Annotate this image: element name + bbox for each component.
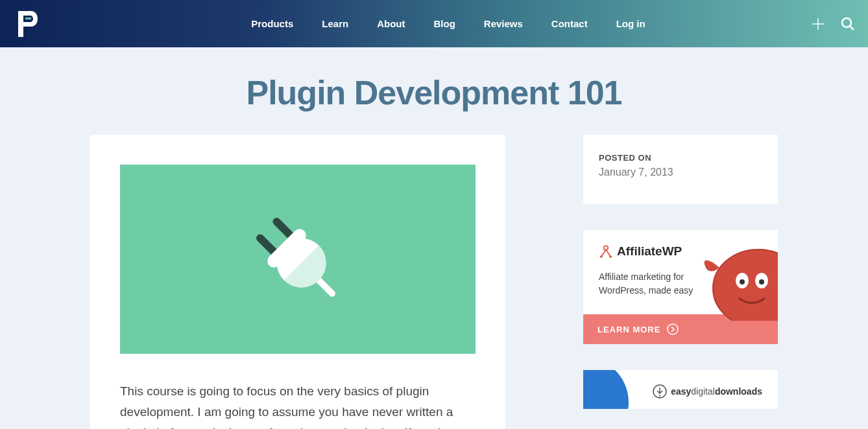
posted-on-date: January 7, 2013 bbox=[599, 167, 762, 178]
site-header: Products Learn About Blog Reviews Contac… bbox=[0, 0, 868, 47]
page-title: Plugin Development 101 bbox=[0, 47, 868, 135]
mascot-icon bbox=[693, 230, 778, 321]
plug-icon bbox=[233, 194, 363, 324]
nav-login[interactable]: Log in bbox=[616, 18, 645, 29]
search-icon[interactable] bbox=[839, 16, 856, 32]
svg-point-18 bbox=[759, 279, 764, 284]
edd-icon: $ bbox=[653, 384, 667, 399]
svg-point-17 bbox=[740, 279, 745, 284]
nav-learn[interactable]: Learn bbox=[322, 18, 348, 29]
nav-blog[interactable]: Blog bbox=[433, 18, 455, 29]
site-logo[interactable] bbox=[13, 7, 42, 41]
cta-label: LEARN MORE bbox=[597, 325, 660, 334]
nav-reviews[interactable]: Reviews bbox=[484, 18, 523, 29]
main-nav: Products Learn About Blog Reviews Contac… bbox=[251, 18, 645, 29]
nav-about[interactable]: About bbox=[377, 18, 405, 29]
nav-products[interactable]: Products bbox=[251, 18, 293, 29]
svg-line-4 bbox=[850, 26, 854, 30]
promo-brand-name: AffiliateWP bbox=[617, 244, 682, 259]
svg-point-12 bbox=[609, 255, 612, 258]
svg-point-11 bbox=[600, 255, 603, 258]
svg-point-10 bbox=[604, 246, 608, 249]
affiliatewp-promo[interactable]: AffiliateWP Affiliate marketing for Word… bbox=[583, 230, 778, 344]
sidebar: POSTED ON January 7, 2013 AffiliateWP Af… bbox=[583, 135, 778, 409]
posted-on-widget: POSTED ON January 7, 2013 bbox=[583, 135, 778, 204]
arrow-right-icon bbox=[667, 323, 679, 335]
edd-blue-shape bbox=[583, 370, 629, 409]
posted-on-label: POSTED ON bbox=[599, 153, 762, 163]
edd-promo[interactable]: $ easydigitaldownloads bbox=[583, 370, 778, 409]
article-body: This course is going to focus on the ver… bbox=[120, 381, 476, 429]
hero-image bbox=[120, 165, 476, 354]
svg-rect-0 bbox=[25, 17, 31, 19]
nav-contact[interactable]: Contact bbox=[551, 18, 588, 29]
svg-point-19 bbox=[668, 324, 678, 334]
plus-icon[interactable] bbox=[810, 16, 826, 32]
svg-point-3 bbox=[842, 18, 851, 27]
content-container: This course is going to focus on the ver… bbox=[77, 135, 791, 429]
affiliatewp-icon bbox=[599, 245, 613, 258]
article-card: This course is going to focus on the ver… bbox=[90, 135, 505, 429]
header-actions bbox=[810, 16, 856, 32]
promo-tagline: Affiliate marketing for WordPress, made … bbox=[599, 270, 696, 297]
promo-content: AffiliateWP Affiliate marketing for Word… bbox=[583, 230, 778, 314]
edd-brand-text: easydigitaldownloads bbox=[671, 386, 762, 397]
